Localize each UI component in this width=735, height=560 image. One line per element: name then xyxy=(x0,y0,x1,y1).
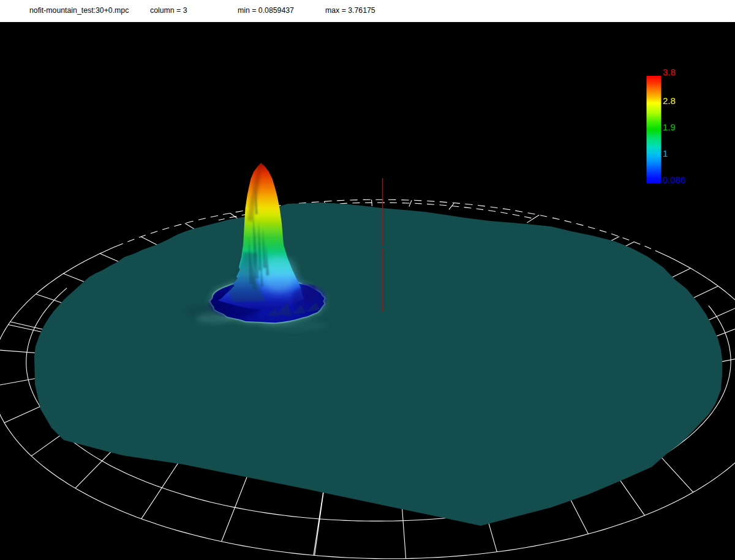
svg-text:max = 3.76175: max = 3.76175 xyxy=(325,6,375,15)
svg-text:2.8: 2.8 xyxy=(663,95,676,106)
svg-text:nofit-mountain_test:30+0.mpc: nofit-mountain_test:30+0.mpc xyxy=(29,6,129,15)
svg-text:column = 3: column = 3 xyxy=(150,6,187,15)
svg-text:3.8: 3.8 xyxy=(663,67,676,77)
svg-text:1.9: 1.9 xyxy=(663,122,676,132)
svg-text:1: 1 xyxy=(663,148,668,159)
svg-text:0.086: 0.086 xyxy=(663,174,686,185)
svg-text:min = 0.0859437: min = 0.0859437 xyxy=(238,6,294,15)
